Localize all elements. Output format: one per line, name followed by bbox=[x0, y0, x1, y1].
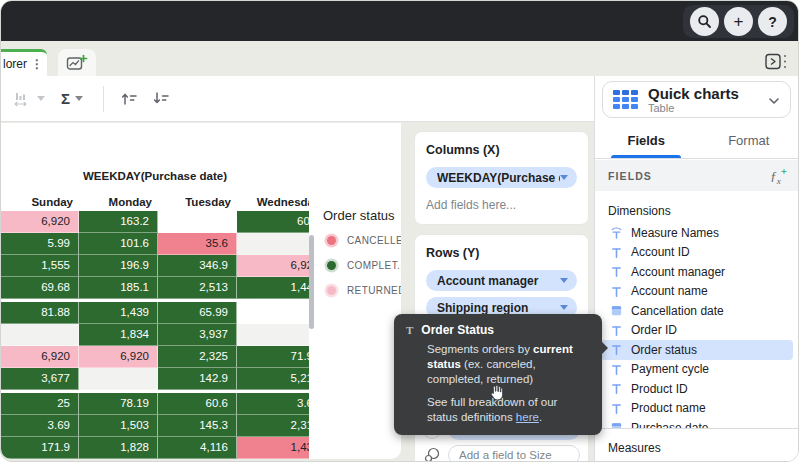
column-header: Tuesday bbox=[158, 196, 237, 211]
table-cell[interactable]: 1,44 bbox=[237, 277, 309, 299]
field-item-order-status[interactable]: Order status bbox=[601, 340, 793, 360]
table-row: 1,8343,937 bbox=[1, 324, 309, 346]
legend-item[interactable]: CANCELLED bbox=[323, 235, 401, 246]
field-item-purchase-date[interactable]: Purchase date bbox=[595, 418, 799, 428]
chart-type-button[interactable] bbox=[13, 91, 45, 107]
field-item-payment-cycle[interactable]: Payment cycle bbox=[595, 360, 799, 380]
text-field-icon bbox=[609, 402, 623, 415]
table-cell[interactable] bbox=[1, 324, 79, 346]
table-cell[interactable]: 69.68 bbox=[1, 277, 79, 299]
sigma-icon: Σ bbox=[61, 90, 70, 107]
table-cell[interactable]: 60. bbox=[237, 211, 309, 233]
table-cell[interactable]: 6,920 bbox=[1, 346, 79, 368]
table-cell[interactable]: 71.9 bbox=[237, 346, 309, 368]
text-field-icon bbox=[609, 363, 623, 376]
field-item-label: Account ID bbox=[631, 245, 690, 259]
table-cell[interactable]: 6,920 bbox=[79, 346, 158, 368]
table-cell[interactable]: 3,677 bbox=[1, 368, 79, 390]
field-pill[interactable]: WEEKDAY(Purchase date) bbox=[426, 167, 577, 188]
table-cell[interactable]: 142.9 bbox=[158, 368, 237, 390]
field-item-order-id[interactable]: Order ID bbox=[595, 321, 799, 341]
field-item-account-id[interactable]: Account ID bbox=[595, 243, 799, 263]
chevron-down-icon bbox=[75, 96, 83, 101]
table-cell[interactable]: 171.9 bbox=[1, 437, 79, 459]
table-cell[interactable]: 2,31 bbox=[237, 415, 309, 437]
sort-ascending-button[interactable] bbox=[120, 91, 138, 106]
table-cell[interactable]: 6,92 bbox=[237, 255, 309, 277]
size-field-input[interactable]: Add a field to Size bbox=[448, 445, 580, 462]
table-cell[interactable]: 35.6 bbox=[158, 233, 237, 255]
table-cell[interactable]: 101.6 bbox=[79, 233, 158, 255]
tab-fields[interactable]: Fields bbox=[595, 122, 698, 158]
table-cell[interactable]: 1,43 bbox=[237, 437, 309, 459]
table-cell[interactable] bbox=[237, 302, 309, 324]
rows-shelf-title: Rows (Y) bbox=[426, 246, 577, 260]
legend-title: Order status bbox=[323, 208, 401, 223]
table-cell[interactable]: 1,439 bbox=[79, 302, 158, 324]
add-button[interactable]: + bbox=[724, 7, 753, 36]
table-row: 6,9206,9202,32571.9 bbox=[1, 346, 309, 368]
field-item-measure-names[interactable]: Measure Names bbox=[595, 223, 799, 243]
field-item-cancellation-date[interactable]: Cancellation date bbox=[595, 301, 799, 321]
text-field-icon bbox=[609, 265, 623, 278]
table-cell[interactable]: 4,116 bbox=[158, 437, 237, 459]
field-item-product-name[interactable]: Product name bbox=[595, 399, 799, 419]
table-cell[interactable]: 163.2 bbox=[79, 211, 158, 233]
quick-charts-selector[interactable]: Quick charts Table bbox=[602, 81, 791, 118]
table-scrollbar[interactable] bbox=[309, 235, 314, 329]
table-row: 3,677142.95,21 bbox=[1, 368, 309, 390]
table-cell[interactable]: 6,920 bbox=[1, 211, 79, 233]
new-chart-tab-button[interactable] bbox=[58, 49, 96, 76]
here-link[interactable]: here bbox=[516, 411, 539, 423]
table-cell[interactable]: 2,513 bbox=[158, 277, 237, 299]
table-cell[interactable]: 3.69 bbox=[1, 415, 79, 437]
table-cell[interactable]: 1,555 bbox=[1, 255, 79, 277]
date-field-icon bbox=[609, 304, 623, 317]
help-button[interactable]: ? bbox=[758, 7, 787, 36]
legend-item[interactable]: RETURNED bbox=[323, 285, 401, 296]
table-cell[interactable]: 1,503 bbox=[79, 415, 158, 437]
measures-label: Measures bbox=[608, 441, 661, 455]
tab-format[interactable]: Format bbox=[698, 122, 799, 158]
table-cell[interactable]: 3.6 bbox=[237, 393, 309, 415]
field-pill[interactable]: Account manager bbox=[426, 270, 577, 291]
tooltip-description: Segments orders by current status (ex. c… bbox=[427, 342, 590, 387]
table-cell[interactable]: 65.99 bbox=[158, 302, 237, 324]
text-field-icon bbox=[609, 343, 623, 356]
table-cell[interactable]: 2,325 bbox=[158, 346, 237, 368]
table-cell[interactable]: 60.6 bbox=[158, 393, 237, 415]
tab-explorer[interactable]: lorer ⋮ bbox=[1, 49, 47, 76]
field-item-product-id[interactable]: Product ID bbox=[595, 379, 799, 399]
field-item-label: Product ID bbox=[631, 382, 688, 396]
table-cell[interactable]: 81.88 bbox=[1, 302, 79, 324]
tab-menu-icon[interactable]: ⋮ bbox=[31, 57, 43, 71]
table-cell[interactable]: 25 bbox=[1, 393, 79, 415]
table-cell[interactable]: 1,834 bbox=[79, 324, 158, 346]
table-cell[interactable]: 3,937 bbox=[158, 324, 237, 346]
columns-shelf: Columns (X) WEEKDAY(Purchase date) Add f… bbox=[414, 131, 589, 225]
field-item-account-name[interactable]: Account name bbox=[595, 282, 799, 302]
table-cell[interactable]: 196.9 bbox=[79, 255, 158, 277]
table-cell[interactable]: 1,828 bbox=[79, 437, 158, 459]
table-cell[interactable]: 5,21 bbox=[237, 368, 309, 390]
text-field-icon bbox=[609, 285, 623, 298]
table-cell[interactable] bbox=[79, 368, 158, 390]
add-fields-placeholder[interactable]: Add fields here... bbox=[426, 198, 577, 212]
table-cell[interactable]: 346.9 bbox=[158, 255, 237, 277]
field-item-account-manager[interactable]: Account manager bbox=[595, 262, 799, 282]
chevron-down-icon bbox=[768, 91, 780, 109]
add-calculated-field-button[interactable]: ƒx+ bbox=[770, 165, 787, 186]
legend-item[interactable]: COMPLET... bbox=[323, 260, 401, 271]
table-cell[interactable]: 5.99 bbox=[1, 233, 79, 255]
field-item-label: Cancellation date bbox=[631, 304, 724, 318]
table-cell[interactable]: 145.3 bbox=[158, 415, 237, 437]
table-cell[interactable] bbox=[158, 211, 237, 233]
search-button[interactable] bbox=[690, 7, 719, 36]
table-cell[interactable]: 78.19 bbox=[79, 393, 158, 415]
sort-descending-button[interactable] bbox=[152, 91, 170, 106]
expand-panel-button[interactable] bbox=[765, 53, 789, 74]
table-cell[interactable] bbox=[237, 324, 309, 346]
aggregate-button[interactable]: Σ bbox=[61, 90, 83, 107]
table-cell[interactable] bbox=[237, 233, 309, 255]
table-cell[interactable]: 185.1 bbox=[79, 277, 158, 299]
